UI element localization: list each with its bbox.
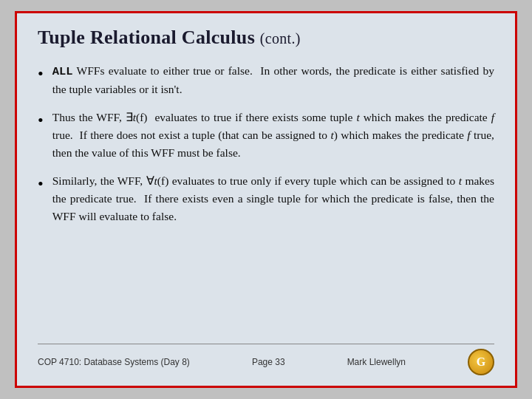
bullet-item-2: • Thus the WFF, ∃t(f) evaluates to true … [38, 109, 494, 162]
slide-title: Tuple Relational Calculus (cont.) [38, 27, 494, 49]
italic-t3: t [330, 129, 333, 141]
slide: Tuple Relational Calculus (cont.) • ALL … [15, 11, 517, 388]
bullet-dot-1: • [38, 63, 44, 86]
italic-f2: f [467, 129, 470, 141]
footer-logo: G [468, 349, 494, 375]
title-cont: (cont.) [260, 30, 301, 47]
bullet-list: • ALL WFFs evaluate to either true or fa… [38, 62, 494, 338]
italic-t4: t [154, 174, 157, 187]
bullet-item-3: • Similarly, the WFF, ∀t(f) evaluates to… [38, 172, 494, 225]
title-main: Tuple Relational Calculus [38, 27, 255, 48]
bullet-text-2: Thus the WFF, ∃t(f) evaluates to true if… [52, 109, 494, 162]
italic-t2: t [356, 111, 359, 123]
italic-t1: t [133, 111, 136, 123]
bullet-item-1: • ALL WFFs evaluate to either true or fa… [38, 62, 494, 98]
footer-right: Mark Llewellyn [347, 357, 406, 367]
footer-center: Page 33 [252, 357, 285, 367]
keyword-all: ALL [52, 65, 73, 78]
bullet-dot-2: • [38, 109, 44, 132]
italic-f1: f [491, 111, 494, 123]
footer-left: COP 4710: Database Systems (Day 8) [38, 357, 190, 367]
bullet-dot-3: • [38, 173, 44, 196]
italic-t5: t [459, 174, 462, 187]
bullet-text-1: ALL WFFs evaluate to either true or fals… [52, 62, 494, 98]
bullet-1-text: WFFs evaluate to either true or false. I… [52, 64, 494, 95]
slide-footer: COP 4710: Database Systems (Day 8) Page … [38, 344, 494, 375]
bullet-text-3: Similarly, the WFF, ∀t(f) evaluates to t… [52, 172, 494, 225]
